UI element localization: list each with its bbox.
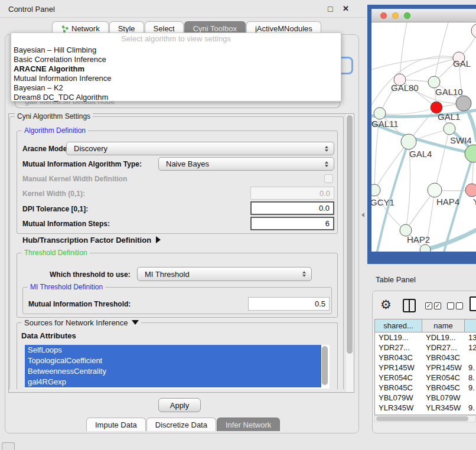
network-edge[interactable] [435, 129, 449, 190]
scrollbar-thumb[interactable] [347, 115, 353, 354]
column-header-name[interactable]: name [422, 319, 465, 332]
attribute-item-topologicalcoefficient[interactable]: TopologicalCoefficient [25, 356, 321, 366]
table-data-combo[interactable]: galFiltered.sif default node [15, 102, 340, 108]
dpi-tolerance-label: DPI Tolerance [0,1]: [22, 205, 88, 213]
mi-threshold-field[interactable]: 0.5 [248, 297, 330, 311]
table-body: YDL19...YDL19...13YDR27...YDR27...12YBR0… [375, 332, 476, 415]
algorithm-option-bayesian-k2[interactable]: Bayesian – K2 [11, 83, 341, 93]
tab-impute-data[interactable]: Impute Data [86, 418, 146, 431]
table-cell: YDR27... [422, 343, 465, 353]
settings-scrollbar[interactable] [345, 114, 354, 392]
table-cell: YDR27... [375, 343, 422, 353]
table-row[interactable]: YDL19...YDL19...13 [375, 332, 476, 343]
table-cell: 8. [465, 373, 476, 383]
algorithm-option-aracne-algorithm[interactable]: ARACNE Algorithm [11, 64, 341, 74]
mac-zoom-icon[interactable] [404, 12, 410, 19]
network-node[interactable] [401, 134, 416, 149]
table-cell: YPR145W [422, 363, 465, 373]
sources-collapse-toggle[interactable]: Sources for Network Inference [22, 318, 141, 327]
select-all-columns-icon[interactable]: ✓ ✓ [425, 302, 441, 309]
algorithm-option-basic-correlation-inference[interactable]: Basic Correlation Inference [11, 55, 341, 64]
algorithm-option-dream8-dc-tdc-algorithm[interactable]: Dream8 DC_TDC Algorithm [11, 93, 341, 102]
cyni-mode-tabs: Impute DataDiscretize DataInfer Network [86, 418, 281, 431]
node-label-gcy1: GCY1 [371, 197, 395, 207]
new-table-icon[interactable] [470, 296, 476, 311]
network-node[interactable] [465, 184, 476, 197]
algorithm-dropdown-popup: Select algorithm to view settings Bayesi… [11, 32, 341, 102]
table-cell: YLR345W [422, 403, 465, 413]
node-label-gal11: GAL11 [371, 119, 399, 129]
apply-button[interactable]: Apply [158, 398, 201, 412]
network-node[interactable] [420, 244, 431, 252]
gear-icon[interactable]: ⚙ [380, 298, 392, 312]
mi-steps-field[interactable]: 6 [250, 217, 334, 230]
attribute-item-betweennesscentrality[interactable]: BetweennessCentrality [25, 366, 321, 377]
tab-label: Impute Data [95, 420, 137, 429]
dpi-tolerance-field[interactable]: 0.0 [250, 201, 334, 215]
network-edge[interactable] [371, 58, 459, 70]
mac-close-icon[interactable] [380, 12, 387, 19]
algorithm-option-mutual-information-inference[interactable]: Mutual Information Inference [11, 74, 341, 83]
tab-label: Discretize Data [155, 420, 207, 429]
tab-discretize-data[interactable]: Discretize Data [146, 418, 216, 431]
table-cell: 13 [465, 332, 476, 343]
combo-arrows-icon [325, 161, 328, 167]
network-canvas[interactable]: GALGAL80GAL10GAL1GAL11SWI4GAL4GCY1HAP4YH… [371, 22, 476, 252]
tab-infer-network[interactable]: Infer Network [217, 418, 280, 431]
checked-box-icon: ✓ [425, 302, 432, 309]
table-row[interactable]: YPR145WYPR145W9. [375, 363, 476, 373]
group-title: MI Threshold Definition [28, 283, 105, 291]
kernel-width-field[interactable]: 0.0 [250, 187, 334, 200]
table-cell: 9. [465, 363, 476, 373]
column-header-shared-name[interactable]: shared... [375, 319, 422, 332]
network-edge[interactable] [434, 22, 448, 82]
network-edge[interactable] [406, 190, 435, 230]
attributes-scrollbar-thumb[interactable] [322, 346, 328, 385]
table-hscrollbar[interactable] [374, 415, 476, 422]
network-edge[interactable] [380, 107, 436, 115]
network-window-titlebar[interactable] [371, 9, 476, 22]
close-icon[interactable]: ✕ [343, 4, 349, 13]
float-window-icon[interactable]: □ [328, 4, 332, 14]
algorithm-option-bayesian-hill-climbing[interactable]: Bayesian – Hill Climbing [11, 45, 341, 55]
deselect-all-columns-icon[interactable] [447, 302, 463, 309]
minimized-panel-icon[interactable] [2, 442, 15, 450]
network-graph: GALGAL80GAL10GAL1GAL11SWI4GAL4GCY1HAP4YH… [371, 22, 476, 252]
node-label-gal: GAL [453, 58, 471, 69]
network-node[interactable] [444, 123, 455, 135]
network-node[interactable] [428, 183, 442, 197]
table-row[interactable]: YBL079WYBL079W [375, 393, 476, 403]
table-row[interactable]: YER054CYER054C8. [375, 373, 476, 383]
splitter-grip-icon[interactable] [361, 213, 364, 217]
network-node[interactable] [371, 184, 380, 196]
network-edge[interactable] [374, 142, 409, 190]
attribute-item-selfloops[interactable]: SelfLoops [25, 345, 321, 356]
table-cell: YBL079W [422, 393, 465, 403]
column-header-partial[interactable] [465, 319, 476, 332]
table-cell: YDL19... [375, 332, 422, 343]
network-node[interactable] [428, 76, 440, 88]
manual-kernel-checkbox[interactable] [324, 174, 333, 183]
node-label-y: Y [473, 197, 476, 207]
mi-algorithm-type-combo[interactable]: Naive Bayes [158, 157, 334, 171]
aracne-mode-combo[interactable]: Discovery [66, 142, 334, 155]
table-cell: YBR043C [375, 353, 422, 363]
algorithm-placeholder: Select algorithm to view settings [11, 33, 341, 45]
columns-icon[interactable] [403, 299, 416, 312]
node-label-gal4: GAL4 [409, 149, 432, 159]
network-node[interactable] [471, 24, 476, 38]
attribute-item-gal4rgexp[interactable]: gal4RGexp [25, 377, 321, 387]
table-row[interactable]: YBR045CYBR045C9. [375, 383, 476, 393]
mac-minimize-icon[interactable] [392, 12, 399, 19]
which-threshold-combo[interactable]: MI Threshold [137, 267, 312, 281]
network-node[interactable] [374, 107, 386, 119]
table-row[interactable]: YDR27...YDR27...12 [375, 343, 476, 353]
table-row[interactable]: YLR345WYLR345W9. [375, 403, 476, 413]
hscrollbar-thumb[interactable] [376, 416, 468, 421]
mi-threshold-label: Mutual Information Threshold: [28, 300, 131, 308]
hub-definition-expander[interactable]: Hub/Transcription Factor Definition [22, 236, 161, 244]
table-cell: YBL079W [375, 393, 422, 403]
network-node[interactable] [465, 145, 476, 162]
table-row[interactable]: YBR043CYBR043C [375, 353, 476, 363]
network-node[interactable] [456, 96, 471, 111]
